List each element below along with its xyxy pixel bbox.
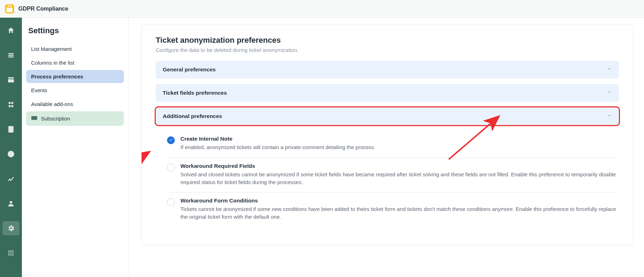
- rail-apps[interactable]: [2, 246, 19, 260]
- rail-chart[interactable]: [2, 172, 19, 186]
- pref-row: Create Internal Note If enabled, anonymi…: [167, 131, 619, 158]
- settings-title: Settings: [28, 26, 122, 35]
- rail-events[interactable]: [2, 122, 19, 136]
- pref-checkbox-workaround-required-fields[interactable]: [167, 164, 175, 171]
- panel-subtitle: Configure the data to be deleted during …: [156, 47, 619, 53]
- svg-point-0: [8, 251, 10, 252]
- app-header: GDPR Compliance: [0, 0, 644, 18]
- settings-panel: Ticket anonymization preferences Configu…: [141, 25, 633, 245]
- accordion-general-preferences[interactable]: General preferences: [156, 61, 619, 78]
- pref-desc: Tickets cannot be anonymized if some new…: [180, 205, 619, 221]
- accordion-label: Ticket fields preferences: [163, 90, 227, 96]
- main-content: Ticket anonymization preferences Configu…: [129, 18, 644, 277]
- accordion-ticket-fields-preferences[interactable]: Ticket fields preferences: [156, 84, 619, 102]
- nav-rail: [0, 18, 22, 277]
- accordion-additional-preferences[interactable]: Additional preferences: [156, 107, 619, 125]
- nav-events[interactable]: Events: [26, 84, 124, 97]
- chevron-down-icon: [607, 90, 612, 96]
- rail-home[interactable]: [2, 23, 19, 37]
- svg-point-8: [12, 254, 14, 256]
- panel-title: Ticket anonymization preferences: [156, 36, 619, 45]
- pref-desc: Solved and closed tickets cannot be anon…: [180, 171, 619, 186]
- pref-checkbox-workaround-form-conditions[interactable]: [167, 198, 175, 206]
- accordion-label: General preferences: [163, 66, 216, 73]
- credit-card-icon: [31, 115, 37, 122]
- settings-sidebar: Settings List Management Columns in the …: [22, 18, 129, 277]
- additional-prefs-list: Create Internal Note If enabled, anonymi…: [156, 131, 619, 227]
- svg-point-6: [8, 254, 10, 256]
- svg-line-9: [142, 152, 149, 195]
- pref-row: Workaround Form Conditions Tickets canno…: [167, 193, 619, 227]
- svg-point-4: [10, 252, 12, 254]
- rail-list[interactable]: [2, 48, 19, 62]
- nav-process-preferences[interactable]: Process preferences: [26, 70, 124, 83]
- pref-desc: If enabled, anonymized tickets will cont…: [180, 143, 619, 151]
- svg-point-7: [10, 254, 12, 256]
- svg-point-5: [12, 252, 14, 254]
- rail-clock[interactable]: [2, 147, 19, 161]
- app-title: GDPR Compliance: [18, 6, 68, 12]
- rail-process[interactable]: [2, 98, 19, 112]
- chevron-down-icon: [607, 66, 612, 73]
- rail-settings[interactable]: [2, 221, 19, 235]
- svg-point-1: [10, 251, 12, 252]
- pref-row: Workaround Required Fields Solved and cl…: [167, 158, 619, 193]
- pref-title: Create Internal Note: [180, 136, 619, 142]
- nav-subscription-label: Subscription: [41, 116, 70, 122]
- rail-columns[interactable]: [2, 73, 19, 87]
- nav-list-management[interactable]: List Management: [26, 42, 124, 55]
- accordion-label: Additional preferences: [163, 113, 222, 119]
- app-logo-icon: [5, 4, 14, 13]
- rail-users[interactable]: [2, 196, 19, 211]
- nav-addons[interactable]: Available add-ons: [26, 98, 124, 111]
- svg-point-2: [12, 251, 14, 252]
- pref-title: Workaround Form Conditions: [180, 198, 619, 204]
- pref-checkbox-create-internal-note[interactable]: [167, 136, 175, 144]
- nav-columns[interactable]: Columns in the list: [26, 56, 124, 69]
- pref-title: Workaround Required Fields: [180, 163, 619, 169]
- chevron-up-icon: [607, 113, 612, 119]
- nav-subscription[interactable]: Subscription: [26, 111, 124, 126]
- svg-point-3: [8, 252, 10, 254]
